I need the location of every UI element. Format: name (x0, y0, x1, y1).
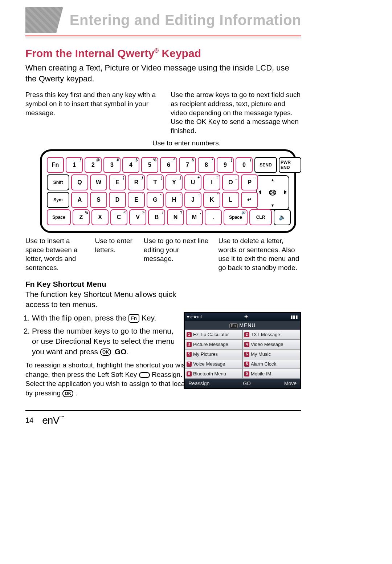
key-j: J; (184, 192, 201, 208)
key-x: X (91, 209, 109, 225)
page-number: 14 (25, 416, 33, 424)
key-l: L' (222, 192, 239, 208)
key-r: R} (128, 174, 145, 190)
key-space: Space🔊 (224, 209, 248, 225)
key-1: 1! (66, 157, 83, 173)
battery-icon: ▮▮▮ (290, 314, 298, 319)
header-image (25, 7, 63, 33)
key-g: G~ (147, 192, 164, 208)
callout-space: Use to insert a space between a letter, … (25, 237, 87, 273)
key-: 🔈 (274, 209, 291, 225)
fn-menu-section: Fn Key Shortcut Menu The function key Sh… (25, 279, 181, 357)
key-shift: Shift (47, 174, 69, 190)
key-t: T[ (147, 174, 164, 190)
key-p: P- (241, 174, 258, 190)
key-0: 0) (236, 157, 253, 173)
menu-item[interactable]: 7Voice Message (185, 359, 242, 369)
key-v: V> (129, 209, 146, 225)
ok-key-icon: OK (62, 390, 73, 397)
key-s: S (90, 192, 107, 208)
status-center-icon: ✚ (244, 314, 248, 319)
menu-title: FnMENU (185, 321, 300, 330)
key-: ↵ (241, 192, 258, 208)
menu-item[interactable]: 3Picture Message (185, 339, 242, 349)
signal-icon: ▾☆★ıııl (187, 314, 202, 319)
menu-item[interactable]: 4Video Message (242, 339, 300, 349)
menu-item[interactable]: 9Bluetooth Menu (185, 369, 242, 379)
menu-item[interactable]: 5My Pictures (185, 349, 242, 359)
fn-menu-intro: The function key Shortcut Menu allows qu… (25, 289, 181, 310)
key-c: C< (110, 209, 127, 225)
callout-arrow-keys: Use the arrow keys to go to next field s… (171, 90, 301, 135)
menu-item[interactable]: 8Alarm Clock (242, 359, 300, 369)
ok-key: OK (269, 190, 277, 196)
key-2: 2@ (85, 157, 102, 173)
key-e: E` (128, 192, 145, 208)
key-4: 4$ (122, 157, 139, 173)
key-u: U+ (184, 174, 201, 190)
ok-key-icon: OK (100, 349, 111, 356)
key-q: Q (71, 174, 88, 190)
left-soft-key-icon (139, 372, 150, 378)
key-pwrend: PWR END (279, 157, 301, 173)
key-sym: Sym (47, 192, 69, 208)
chapter-title: Entering and Editing Information (70, 12, 301, 28)
key-9: 9( (217, 157, 234, 173)
key-6: 6^ (160, 157, 177, 173)
key-: . (205, 209, 222, 225)
key-n: N? (167, 209, 184, 225)
qwerty-keypad-diagram: OK Fn1!2@3#4$5%6^7&8*9(0)SENDPWR ENDShif… (40, 149, 296, 233)
callout-clr: Use to delete a letter, words or sentenc… (218, 237, 301, 273)
key-e: E{ (109, 174, 126, 190)
key-h: H: (166, 192, 183, 208)
callout-fn-key: Press this key first and then any key wi… (25, 90, 156, 135)
key-fn: Fn (47, 157, 64, 173)
dpad: OK (256, 175, 289, 210)
header-rule (25, 35, 301, 39)
softkey-left[interactable]: Reassign (188, 380, 209, 386)
key-y: Y] (166, 174, 183, 190)
callout-letters: Use to enter letters. (95, 237, 136, 273)
key-space: Space (47, 209, 71, 225)
fn-menu-heading: Fn Key Shortcut Menu (25, 279, 181, 289)
key-8: 8* (198, 157, 215, 173)
key-3: 3# (103, 157, 121, 173)
key-w: W (90, 174, 107, 190)
section-intro: When creating a Text, Picture or Video m… (25, 63, 301, 84)
reassign-note: To reassign a shortcut, highlight the sh… (25, 360, 200, 398)
key-k: K" (203, 192, 220, 208)
key-send: SEND (254, 157, 277, 173)
menu-item[interactable]: 0Mobile IM (242, 369, 300, 379)
key-7: 7& (179, 157, 196, 173)
key-z: Z↹ (73, 209, 90, 225)
fn-key-icon: Fn (128, 314, 139, 323)
softkey-center[interactable]: GO (243, 380, 251, 386)
key-a: A (71, 192, 88, 208)
phone-screenshot: ▾☆★ıııl ✚ ▮▮▮ FnMENU 1Ez Tip Calculator2… (184, 312, 301, 389)
key-o: O_ (222, 174, 239, 190)
key-b: B/ (148, 209, 165, 225)
fn-menu-step2: Press the number keys to go to the menu,… (32, 326, 181, 357)
menu-item[interactable]: 6My Music (242, 349, 300, 359)
status-bar: ▾☆★ıııl ✚ ▮▮▮ (185, 313, 300, 321)
callout-numbers: Use to enter numbers. (152, 139, 301, 147)
callout-enter: Use to go to next line editing your mess… (144, 237, 211, 273)
key-m: M, (186, 209, 203, 225)
fn-menu-step1: With the flip open, press the Fn Key. (32, 313, 181, 323)
menu-item[interactable]: 2TXT Message (242, 330, 300, 339)
section-title: From the Internal Qwerty® Keypad (25, 47, 301, 60)
key-5: 5% (141, 157, 158, 173)
softkey-right[interactable]: Move (284, 380, 297, 386)
brand-logo: enV²™ (42, 415, 64, 426)
key-clr: CLR (249, 209, 272, 225)
key-i: I= (203, 174, 220, 190)
key-d: D (109, 192, 126, 208)
menu-item[interactable]: 1Ez Tip Calculator (185, 330, 242, 339)
